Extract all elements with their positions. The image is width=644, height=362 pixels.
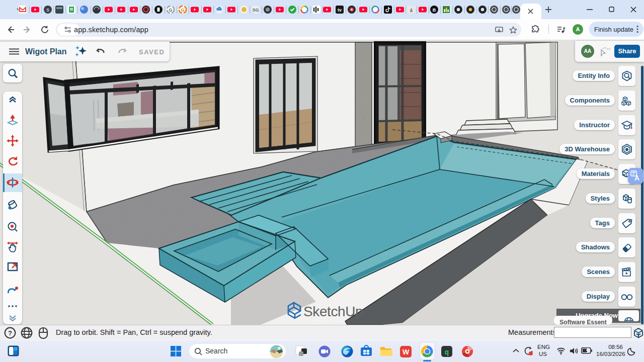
svg-text:G: G	[181, 8, 184, 13]
svg-text:tv: tv	[338, 8, 342, 13]
svg-text:SG: SG	[252, 8, 259, 13]
svg-text:S: S	[46, 8, 49, 13]
svg-text:?: ?	[8, 329, 12, 337]
svg-text:SketchUp: SketchUp	[303, 304, 363, 319]
svg-text:B: B	[433, 8, 436, 13]
svg-text:W: W	[402, 348, 409, 356]
svg-text:q: q	[445, 348, 449, 356]
svg-text:G: G	[169, 8, 172, 13]
